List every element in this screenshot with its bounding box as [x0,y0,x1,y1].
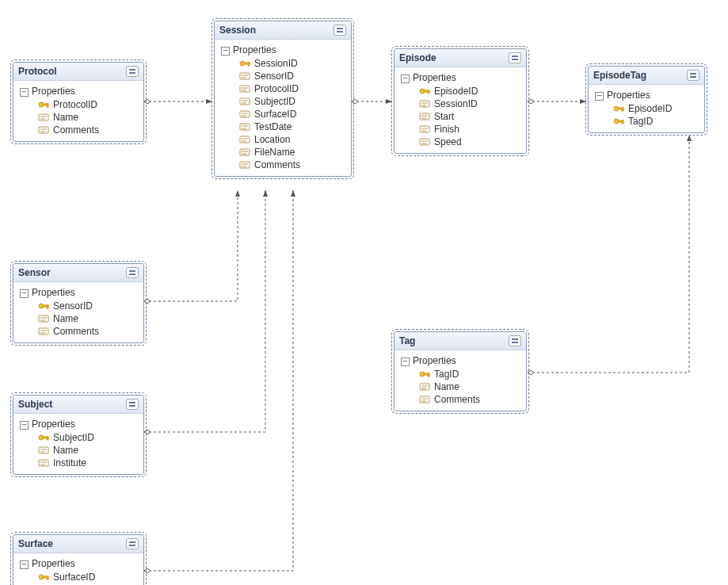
entity-header[interactable]: Subject [13,396,143,414]
entity-header[interactable]: Session [215,21,351,40]
property-name: SessionID [254,58,298,69]
minus-icon[interactable]: − [595,92,604,101]
svg-rect-59 [47,305,48,308]
entity-title: Protocol [18,66,57,77]
collapse-icon[interactable] [687,70,699,81]
property-item[interactable]: Name [37,312,137,325]
property-item[interactable]: TestDate [238,120,345,133]
property-name: Location [254,134,290,145]
property-name: EpisodeID [628,103,672,114]
entity-sensor[interactable]: Sensor −Properties SensorIDNameComments [13,263,144,343]
collapse-icon[interactable] [126,267,139,278]
properties-section[interactable]: −Properties [13,553,143,571]
scalar-icon [37,112,50,123]
property-item[interactable]: Comments [238,159,345,171]
property-item[interactable]: Start [418,110,520,123]
property-item[interactable]: SensorID [37,300,137,312]
svg-rect-60 [39,315,48,322]
minus-icon[interactable]: − [401,75,410,83]
property-item[interactable]: Comments [418,393,520,406]
entity-surface[interactable]: Surface −Properties SurfaceID [13,534,144,585]
svg-rect-6 [39,127,48,133]
property-item[interactable]: SubjectID [37,431,137,444]
properties-label: Properties [32,287,75,298]
property-item[interactable]: SessionID [238,57,345,70]
property-list: SurfaceID [13,571,143,583]
scalar-icon [418,136,431,147]
collapse-icon[interactable] [509,52,521,63]
properties-section[interactable]: −Properties [13,81,143,98]
property-list: ProtocolIDNameComments [13,98,143,136]
collapse-icon[interactable] [126,538,139,549]
entity-session[interactable]: Session −Properties SessionIDSensorIDPro… [214,21,352,177]
property-item[interactable]: SurfaceID [37,571,137,583]
properties-section[interactable]: −Properties [589,85,704,102]
property-name: SensorID [254,71,294,82]
property-item[interactable]: TagID [612,115,698,128]
entity-header[interactable]: Sensor [13,264,143,282]
property-name: FileName [254,147,295,158]
minus-icon[interactable]: − [20,289,29,298]
properties-label: Properties [413,72,456,83]
property-item[interactable]: SurfaceID [238,108,345,120]
property-item[interactable]: Institute [37,457,137,469]
property-item[interactable]: ProtocolID [37,98,137,111]
property-name: SubjectID [254,96,295,107]
entity-episode[interactable]: Episode −Properties EpisodeIDSessionIDSt… [394,48,527,154]
entity-subject[interactable]: Subject −Properties SubjectIDNameInstitu… [13,395,144,475]
property-item[interactable]: Name [37,444,137,457]
property-item[interactable]: Location [238,133,345,146]
properties-section[interactable]: −Properties [394,67,526,85]
property-item[interactable]: Name [37,111,137,124]
minus-icon[interactable]: − [20,88,29,97]
property-item[interactable]: SensorID [238,70,345,82]
properties-section[interactable]: −Properties [394,350,526,368]
property-item[interactable]: FileName [238,146,345,159]
minus-icon[interactable]: − [20,560,29,569]
property-item[interactable]: ProtocolID [238,82,345,95]
diagram-canvas[interactable]: Protocol −Properties ProtocolIDNameComme… [0,0,728,585]
property-item[interactable]: Comments [37,325,137,338]
scalar-icon [37,445,50,456]
key-icon [612,116,625,127]
key-icon [418,369,431,380]
scalar-icon [238,83,251,94]
properties-section[interactable]: −Properties [215,40,351,57]
property-item[interactable]: TagID [418,368,520,380]
entity-header[interactable]: Surface [13,535,143,553]
property-name: SessionID [434,98,478,109]
key-icon [37,432,50,443]
property-item[interactable]: Finish [418,123,520,136]
entity-episodetag[interactable]: EpisodeTag −Properties EpisodeIDTagID [588,66,705,133]
property-item[interactable]: EpisodeID [612,102,698,115]
property-item[interactable]: Name [418,380,520,393]
entity-header[interactable]: EpisodeTag [589,67,704,85]
svg-rect-78 [420,384,429,390]
properties-section[interactable]: −Properties [13,282,143,300]
entity-header[interactable]: Tag [394,332,526,350]
minus-icon[interactable]: − [221,47,230,55]
collapse-icon[interactable] [334,25,346,36]
entity-tag[interactable]: Tag −Properties TagIDNameComments [394,331,527,411]
collapse-icon[interactable] [126,399,139,410]
scalar-icon [37,313,50,324]
property-name: Comments [434,394,480,405]
property-item[interactable]: SessionID [418,98,520,110]
minus-icon[interactable]: − [401,358,410,366]
entity-header[interactable]: Episode [394,49,526,67]
entity-header[interactable]: Protocol [13,63,143,81]
property-item[interactable]: EpisodeID [418,85,520,98]
property-item[interactable]: Comments [37,124,137,136]
minus-icon[interactable]: − [20,421,29,430]
collapse-icon[interactable] [509,335,521,346]
property-item[interactable]: SubjectID [238,95,345,108]
entity-protocol[interactable]: Protocol −Properties ProtocolIDNameComme… [13,62,144,142]
properties-section[interactable]: −Properties [13,414,143,431]
property-item[interactable]: Speed [418,136,520,148]
svg-rect-45 [420,126,429,132]
svg-rect-69 [39,447,48,453]
property-list: TagIDNameComments [394,368,526,406]
entity-title: EpisodeTag [593,70,646,81]
svg-rect-27 [240,136,250,143]
collapse-icon[interactable] [126,66,139,77]
